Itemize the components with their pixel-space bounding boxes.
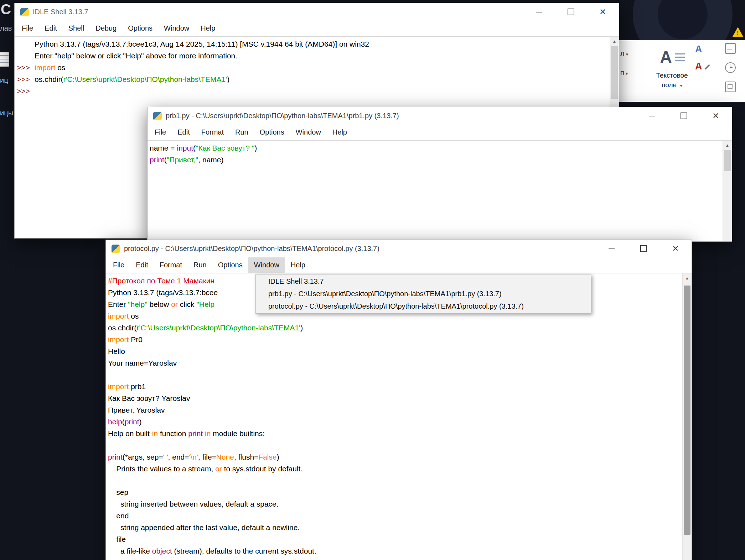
ribbon-truncated-dropdown[interactable]: п▾ xyxy=(620,69,628,77)
code-line: os.chdir(r'C:\Users\uprkt\Desktop\ПО\pyt… xyxy=(108,322,683,334)
protocol-menu-options[interactable]: Options xyxy=(212,257,248,273)
text-box-button[interactable]: A xyxy=(651,43,694,71)
prb1-menu-window[interactable]: Window xyxy=(290,125,327,140)
close-button[interactable]: ✕ xyxy=(700,107,732,125)
pencil-icon xyxy=(704,64,710,70)
scroll-up-icon[interactable]: ▲ xyxy=(723,141,732,150)
prb1-titlebar[interactable]: prb1.py - C:\Users\uprkt\Desktop\ПО\pyth… xyxy=(148,107,732,125)
maximize-button[interactable] xyxy=(668,107,700,125)
shell-menu-help[interactable]: Help xyxy=(195,21,221,36)
code-token: below xyxy=(148,300,171,308)
code-line: import Pr0 xyxy=(108,334,683,345)
protocol-menu-run[interactable]: Run xyxy=(188,257,212,273)
code-token: "Привет," xyxy=(167,156,198,164)
code-line: print("Привет,", name) xyxy=(150,154,723,166)
text-box-label: поле ▾ xyxy=(645,81,699,89)
maximize-button[interactable] xyxy=(627,240,659,257)
code-token: ) xyxy=(254,144,257,152)
shell-menu-debug[interactable]: Debug xyxy=(90,21,122,36)
code-line: Enter "help" below or click "Help" above… xyxy=(17,50,610,62)
protocol-text-area[interactable]: #Протокол по Теме 1 МамакинPython 3.13.7… xyxy=(106,273,683,560)
code-line: Help on built-in function print in modul… xyxy=(108,428,683,439)
scrollbar-thumb[interactable] xyxy=(684,286,690,535)
window-menu-item[interactable]: prb1.py - C:\Users\uprkt\Desktop\ПО\pyth… xyxy=(256,288,591,300)
prb1-text-area[interactable]: name = input("Как Вас зовут? ")print("Пр… xyxy=(148,141,723,241)
code-token: import xyxy=(35,63,55,72)
shell-menu-options[interactable]: Options xyxy=(122,21,158,36)
background-text-fragment: лав xyxy=(0,24,12,32)
embed-object-icon[interactable] xyxy=(725,82,736,92)
prb1-menu-help[interactable]: Help xyxy=(327,125,353,140)
window-menu-item[interactable]: protocol.py - C:\Users\uprkt\Desktop\ПО\… xyxy=(256,300,591,313)
code-line: import prb1 xyxy=(108,381,683,392)
code-token: ( xyxy=(122,418,125,426)
close-button[interactable]: ✕ xyxy=(587,3,619,21)
protocol-editor-window: protocol.py - C:\Users\uprkt\Desktop\ПО\… xyxy=(105,240,692,560)
shell-menu-shell[interactable]: Shell xyxy=(63,21,90,36)
code-token: os.chdir( xyxy=(35,75,63,83)
background-letter: C xyxy=(1,1,11,17)
protocol-titlebar[interactable]: protocol.py - C:\Users\uprkt\Desktop\ПО\… xyxy=(106,240,692,257)
shell-menu-edit[interactable]: Edit xyxy=(39,21,62,36)
prb1-menu-file[interactable]: File xyxy=(149,125,172,140)
code-token: Python 3.13.7 (tags/v3.13.7:bcee xyxy=(108,288,218,297)
minimize-button[interactable] xyxy=(636,107,668,125)
text-effects-button[interactable]: A xyxy=(695,61,702,72)
minimize-icon xyxy=(536,12,542,12)
wordart-button[interactable]: A xyxy=(695,44,702,55)
code-line: >>>os.chdir(r'C:\Users\uprkt\Desktop\ПО\… xyxy=(17,73,610,85)
code-line: Как Вас зовут? Yaroslav xyxy=(108,392,683,404)
code-line: end xyxy=(108,510,683,522)
minimize-button[interactable] xyxy=(523,3,555,21)
close-button[interactable]: ✕ xyxy=(659,240,692,257)
minimize-button[interactable] xyxy=(595,240,627,257)
code-line: string inserted between values, default … xyxy=(108,498,683,510)
maximize-icon xyxy=(640,245,647,252)
shell-menu-window[interactable]: Window xyxy=(158,21,195,36)
text-box-label: Текстовое xyxy=(645,72,699,79)
scrollbar-thumb[interactable] xyxy=(724,150,731,171)
protocol-menu-format[interactable]: Format xyxy=(154,257,188,273)
code-token: "Help xyxy=(196,300,214,308)
date-time-icon[interactable] xyxy=(725,62,736,73)
code-token: import xyxy=(108,335,129,344)
code-token: "help" xyxy=(128,300,148,308)
prb1-scrollbar[interactable]: ▲ xyxy=(723,141,732,241)
ribbon-truncated-dropdown[interactable]: л▾ xyxy=(620,49,628,58)
code-line: a file-like object (stream); defaults to… xyxy=(108,545,683,557)
code-line: help(print) xyxy=(108,416,683,428)
code-token: Prints the values to a stream, xyxy=(108,465,215,473)
prb1-menu-format[interactable]: Format xyxy=(196,125,229,140)
code-line: name = input("Как Вас зовут? ") xyxy=(150,142,723,154)
python-icon xyxy=(20,8,29,16)
prb1-menu-edit[interactable]: Edit xyxy=(172,125,195,140)
code-token: print xyxy=(150,156,164,164)
protocol-menu-file[interactable]: File xyxy=(107,257,130,273)
protocol-menu-edit[interactable]: Edit xyxy=(130,257,154,273)
maximize-button[interactable] xyxy=(555,3,587,21)
code-token: ( xyxy=(164,156,167,164)
protocol-scrollbar[interactable]: ▲ xyxy=(682,273,692,560)
code-token: Как Вас зовут? Yaroslav xyxy=(108,394,190,402)
code-token: os xyxy=(55,63,65,72)
protocol-menu-help[interactable]: Help xyxy=(285,257,311,273)
signature-line-icon[interactable] xyxy=(725,43,736,54)
code-line: string appended after the last value, de… xyxy=(108,522,683,533)
chevron-down-icon: ▾ xyxy=(626,71,628,76)
protocol-menu-window[interactable]: Window xyxy=(248,257,285,273)
code-token: ( xyxy=(193,144,196,152)
code-token: function xyxy=(158,429,188,438)
desktop: C лав иц ицы ! л▾ п▾ A Текстовое поле ▾ … xyxy=(0,0,745,560)
code-token: Enter xyxy=(108,300,128,308)
shell-titlebar[interactable]: IDLE Shell 3.13.7 ✕ xyxy=(15,3,619,21)
prb1-menu-options[interactable]: Options xyxy=(254,125,290,140)
scroll-up-icon[interactable]: ▲ xyxy=(610,37,619,46)
scroll-up-icon[interactable]: ▲ xyxy=(683,273,692,282)
code-token: , end= xyxy=(168,453,189,461)
scrollbar-thumb[interactable] xyxy=(611,46,618,99)
shell-menu-file[interactable]: File xyxy=(16,21,39,36)
prb1-menu-run[interactable]: Run xyxy=(229,125,254,140)
code-token: os xyxy=(129,312,139,320)
window-menu-item[interactable]: IDLE Shell 3.13.7 xyxy=(256,275,591,288)
code-token: print xyxy=(188,429,203,438)
